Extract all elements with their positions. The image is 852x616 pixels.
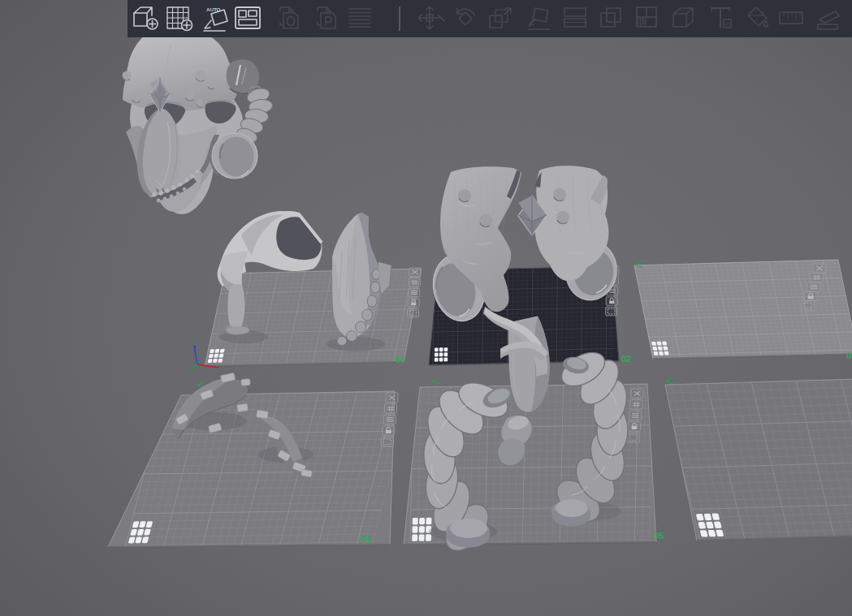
- svg-text:03: 03: [846, 351, 852, 360]
- svg-text:02: 02: [621, 354, 631, 364]
- svg-text:04: 04: [360, 534, 370, 544]
- svg-text:01: 01: [396, 355, 405, 364]
- svg-text:05: 05: [654, 531, 664, 541]
